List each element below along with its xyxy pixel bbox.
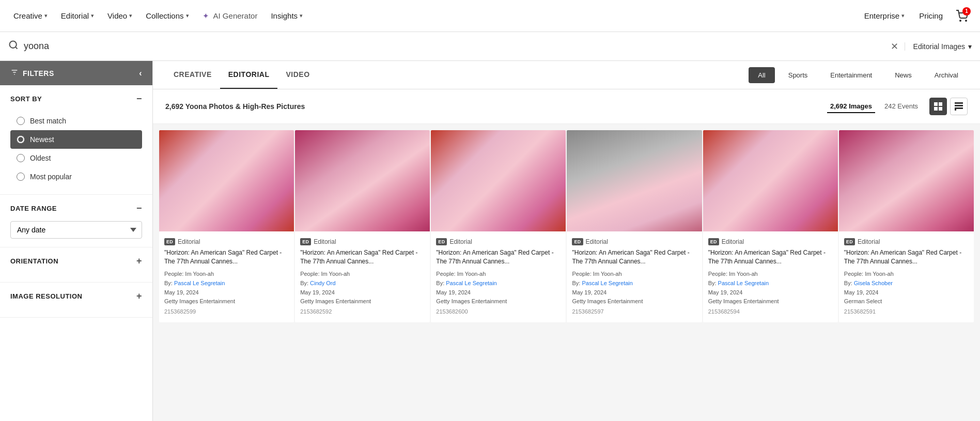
editorial-badge: ED Editorial	[436, 238, 472, 245]
image-thumbnail	[839, 130, 974, 231]
sort-most-popular[interactable]: Most popular	[10, 167, 142, 186]
nav-video[interactable]: Video ▾	[102, 8, 137, 23]
nav-editorial-label: Editorial	[61, 11, 89, 20]
image-by: By: Pascal Le Segretain	[572, 279, 696, 288]
ed-icon: ED	[300, 238, 311, 245]
main-layout: FILTERS ‹ SORT BY − Best match Newest	[0, 61, 980, 421]
image-people: People: Im Yoon-ah	[572, 270, 696, 279]
nav-insights[interactable]: Insights ▾	[266, 8, 308, 23]
search-clear-button[interactable]: ✕	[891, 41, 898, 52]
grid-view-button[interactable]	[929, 98, 947, 115]
nav-pricing-label: Pricing	[919, 11, 943, 20]
search-input[interactable]	[24, 41, 891, 52]
image-id: 2153682592	[300, 307, 425, 317]
image-agency: Getty Images Entertainment	[164, 297, 289, 306]
pill-archival[interactable]: Archival	[925, 67, 968, 83]
sort-best-match-radio[interactable]	[17, 117, 25, 125]
nav-pricing[interactable]: Pricing	[914, 8, 948, 23]
search-type-chevron-icon: ▾	[968, 42, 972, 51]
list-view-button[interactable]	[950, 98, 968, 115]
editorial-badge: ED Editorial	[708, 238, 744, 245]
nav-editorial[interactable]: Editorial ▾	[56, 8, 99, 23]
nav-right: Enterprise ▾ Pricing 1	[859, 6, 972, 26]
photographer-link[interactable]: Pascal Le Segretain	[582, 280, 632, 286]
image-meta: People: Im Yoon-ah By: Pascal Le Segreta…	[572, 270, 696, 316]
ed-icon: ED	[844, 238, 855, 245]
sort-by-header[interactable]: SORT BY −	[10, 93, 142, 104]
image-people: People: Im Yoon-ah	[164, 270, 289, 279]
image-card[interactable]: ED Editorial "Horizon: An American Saga"…	[839, 130, 974, 322]
enterprise-chevron-icon: ▾	[901, 12, 905, 19]
nav-creative[interactable]: Creative ▾	[8, 8, 53, 23]
editorial-badge: ED Editorial	[844, 238, 880, 245]
results-summary: 2,692 Yoona Photos & High-Res Pictures	[165, 102, 305, 111]
image-agency: German Select	[844, 297, 969, 306]
image-card[interactable]: ED Editorial "Horizon: An American Saga"…	[159, 130, 294, 322]
search-icon	[8, 40, 19, 53]
nav-enterprise[interactable]: Enterprise ▾	[859, 8, 910, 23]
pill-all[interactable]: All	[749, 67, 774, 83]
svg-rect-14	[955, 109, 956, 111]
view-icons	[929, 98, 968, 115]
sort-best-match[interactable]: Best match	[10, 112, 142, 130]
view-tabs: 2,692 Images 242 Events	[827, 100, 921, 113]
ed-icon: ED	[164, 238, 175, 245]
image-meta: People: Im Yoon-ah By: Cindy Ord May 19,…	[300, 270, 425, 316]
editorial-label: Editorial	[722, 238, 744, 245]
image-card[interactable]: ED Editorial "Horizon: An American Saga"…	[567, 130, 702, 322]
image-meta: People: Im Yoon-ah By: Pascal Le Segreta…	[164, 270, 289, 316]
nav-video-label: Video	[107, 11, 127, 20]
image-resolution-header[interactable]: IMAGE RESOLUTION +	[10, 291, 142, 302]
editorial-label: Editorial	[858, 238, 880, 245]
content-area: CREATIVE EDITORIAL VIDEO All Sports Ente…	[153, 61, 980, 421]
tab-video[interactable]: VIDEO	[277, 61, 318, 89]
pill-news[interactable]: News	[885, 67, 921, 83]
image-card[interactable]: ED Editorial "Horizon: An American Saga"…	[295, 130, 430, 322]
view-events-tab[interactable]: 242 Events	[881, 100, 921, 113]
image-card[interactable]: ED Editorial "Horizon: An American Saga"…	[703, 130, 838, 322]
date-range-select[interactable]: Any date	[10, 221, 142, 239]
nav-ai-generator[interactable]: ✦ AI Generator	[197, 8, 263, 24]
photographer-link[interactable]: Pascal Le Segretain	[446, 280, 496, 286]
image-resolution-toggle-icon: +	[136, 291, 142, 302]
image-id: 2153682591	[844, 307, 969, 317]
image-thumbnail	[567, 130, 702, 231]
sort-newest-radio[interactable]	[17, 135, 25, 144]
photographer-link[interactable]: Cindy Ord	[310, 280, 336, 286]
sort-newest[interactable]: Newest	[10, 130, 142, 149]
image-thumbnail	[295, 130, 430, 231]
view-images-tab[interactable]: 2,692 Images	[827, 100, 875, 113]
sort-most-popular-radio[interactable]	[17, 173, 25, 181]
search-type-dropdown[interactable]: Editorial Images ▾	[905, 42, 972, 51]
editorial-badge: ED Editorial	[572, 238, 608, 245]
image-info: ED Editorial "Horizon: An American Saga"…	[159, 231, 294, 323]
sort-oldest[interactable]: Oldest	[10, 149, 142, 167]
orientation-header[interactable]: ORIENTATION +	[10, 256, 142, 267]
image-date: May 19, 2024	[436, 288, 561, 298]
photographer-link[interactable]: Gisela Schober	[854, 280, 893, 286]
image-thumbnail	[431, 130, 566, 231]
photographer-link[interactable]: Pascal Le Segretain	[718, 280, 769, 286]
svg-rect-11	[955, 102, 963, 104]
svg-line-3	[15, 47, 18, 49]
image-agency: Getty Images Entertainment	[300, 297, 425, 306]
collections-chevron-icon: ▾	[186, 12, 189, 19]
sort-oldest-radio[interactable]	[17, 154, 25, 162]
sort-most-popular-label: Most popular	[30, 173, 72, 181]
date-range-header[interactable]: DATE RANGE −	[10, 203, 142, 214]
pill-sports[interactable]: Sports	[779, 67, 817, 83]
tab-editorial[interactable]: EDITORIAL	[220, 61, 278, 89]
tab-creative[interactable]: CREATIVE	[165, 61, 220, 89]
nav-collections[interactable]: Collections ▾	[141, 8, 194, 23]
top-nav: Creative ▾ Editorial ▾ Video ▾ Collectio…	[0, 0, 980, 32]
image-id: 2153682599	[164, 307, 289, 317]
photographer-link[interactable]: Pascal Le Segretain	[174, 280, 225, 286]
image-title: "Horizon: An American Saga" Red Carpet -…	[164, 248, 289, 266]
image-agency: Getty Images Entertainment	[708, 297, 833, 306]
image-by: By: Cindy Ord	[300, 279, 425, 288]
sidebar-collapse-button[interactable]: ‹	[139, 69, 142, 78]
image-card[interactable]: ED Editorial "Horizon: An American Saga"…	[431, 130, 566, 322]
image-date: May 19, 2024	[844, 288, 969, 298]
pill-entertainment[interactable]: Entertainment	[821, 67, 881, 83]
cart-button[interactable]: 1	[952, 6, 972, 26]
